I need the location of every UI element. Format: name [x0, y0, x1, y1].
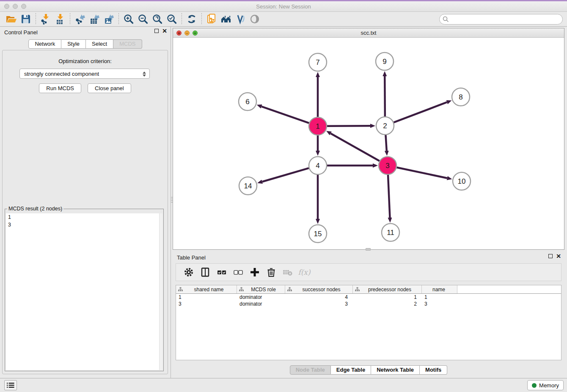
network-resize-grip[interactable] [366, 248, 371, 251]
list-icon [7, 382, 14, 388]
column-type-icon [355, 287, 360, 292]
graph-node-15[interactable]: 15 [309, 225, 327, 243]
table-panel-title: Table Panel [177, 254, 206, 261]
graph-node-1[interactable]: 1 [309, 117, 327, 135]
close-panel-icon[interactable]: ✕ [162, 29, 167, 33]
export-table-button[interactable] [87, 13, 102, 25]
zoom-fit-button[interactable] [150, 13, 165, 25]
table-row[interactable]: 1 dominator 4 1 1 [176, 294, 561, 301]
close-panel-button[interactable]: Close panel [88, 83, 131, 93]
zoom-selected-button[interactable] [165, 13, 179, 25]
select-all-button[interactable] [216, 267, 227, 278]
cell-mcds-role: dominator [237, 301, 285, 307]
toolbar-separator [36, 13, 36, 25]
memory-button[interactable]: Memory [527, 380, 564, 390]
export-image-button[interactable] [102, 13, 116, 25]
control-panel-header: Control Panel ✕ [0, 27, 171, 38]
tab-node-table[interactable]: Node Table [290, 365, 331, 375]
network-canvas[interactable]: 7968124314101511 [173, 38, 564, 249]
mcds-result-list[interactable]: 1 3 [6, 213, 162, 370]
zoom-out-icon [138, 14, 149, 25]
graph-node-11[interactable]: 11 [382, 224, 399, 241]
import-table-button[interactable] [53, 13, 67, 25]
control-panel-title: Control Panel [4, 29, 38, 36]
unselect-all-button[interactable] [233, 267, 244, 278]
column-header-predecessor-nodes[interactable]: predecessor nodes [353, 285, 422, 293]
tab-network-table[interactable]: Network Table [371, 365, 420, 375]
table-panel: Table Panel ✕ [173, 252, 564, 378]
tab-edge-table[interactable]: Edge Table [331, 365, 371, 375]
graph-edge-2-8[interactable] [394, 102, 447, 122]
search-input[interactable] [439, 14, 563, 25]
graph-edge-4-14[interactable] [262, 168, 309, 182]
network-window-title: scc.txt [173, 30, 564, 36]
import-network-button[interactable] [39, 13, 53, 25]
function-builder-button[interactable]: f(x) [299, 267, 310, 278]
hide-panel-button[interactable] [248, 13, 262, 25]
vizmapper-button[interactable] [233, 13, 248, 25]
column-header-successor-nodes[interactable]: successor nodes [285, 285, 353, 293]
graph-edge-3-10[interactable] [397, 168, 447, 178]
result-line: 1 [6, 213, 162, 221]
graph-edge-3-11[interactable] [388, 175, 390, 218]
zoom-in-button[interactable] [121, 13, 136, 25]
open-session-button[interactable] [4, 13, 19, 25]
table-row[interactable]: 3 dominator 3 2 3 [176, 301, 561, 307]
main-toolbar [0, 12, 567, 27]
run-mcds-button[interactable]: Run MCDS [39, 83, 81, 93]
optimization-criterion-select[interactable]: strongly connected component [19, 69, 150, 79]
result-scrollbar[interactable] [159, 213, 162, 370]
export-network-button[interactable] [73, 13, 87, 25]
graph-edge-1-2[interactable] [327, 126, 370, 126]
tab-network[interactable]: Network [28, 39, 61, 49]
graph-edge-1-6[interactable] [261, 107, 309, 123]
application-window: Session: New Session [0, 0, 567, 392]
graph-node-4[interactable]: 4 [309, 157, 327, 174]
close-table-panel-icon[interactable]: ✕ [556, 254, 561, 258]
column-header-name[interactable]: name [422, 285, 457, 293]
delete-row-button[interactable] [266, 267, 277, 278]
column-header-shared-name[interactable]: shared name [176, 285, 237, 293]
graph-edge-2-3[interactable] [385, 135, 386, 151]
show-log-button[interactable] [4, 380, 17, 390]
graph-node-2[interactable]: 2 [376, 117, 394, 135]
float-panel-icon[interactable] [154, 29, 159, 33]
home-button[interactable] [219, 13, 233, 25]
table-settings-button[interactable] [183, 267, 194, 278]
float-table-panel-icon[interactable] [548, 254, 553, 258]
zoom-out-button[interactable] [136, 13, 150, 25]
graph-node-9[interactable]: 9 [376, 52, 394, 70]
vizmapper-icon [235, 14, 246, 25]
result-line: 3 [6, 221, 162, 229]
show-columns-button[interactable] [200, 267, 211, 278]
search-icon [443, 16, 449, 22]
tab-motifs[interactable]: Motifs [420, 365, 447, 375]
document-network-button[interactable] [204, 13, 219, 25]
tab-mcds[interactable]: MCDS [113, 39, 142, 49]
cell-predecessor-nodes: 1 [353, 294, 422, 301]
graph-node-8[interactable]: 8 [452, 88, 470, 106]
graph-node-6[interactable]: 6 [239, 93, 256, 110]
graph-node-3[interactable]: 3 [379, 157, 396, 174]
graph-node-7[interactable]: 7 [309, 53, 327, 71]
tab-style[interactable]: Style [61, 39, 86, 49]
graph-edge-3-1[interactable] [330, 133, 379, 161]
graph-node-10[interactable]: 10 [453, 172, 471, 190]
export-network-icon [74, 14, 85, 25]
refresh-view-button[interactable] [184, 13, 199, 25]
import-table-icon [55, 14, 66, 25]
add-row-button[interactable] [249, 267, 260, 278]
svg-text:9: 9 [383, 58, 386, 66]
mcds-result-title: MCDS result (2 nodes) [7, 206, 63, 212]
network-window-titlebar: ✕ − + scc.txt [173, 28, 564, 38]
delete-table-button[interactable] [282, 267, 293, 278]
document-network-icon [206, 14, 217, 25]
export-table-icon [89, 14, 100, 25]
save-session-button[interactable] [19, 13, 33, 25]
table-toolbar: f(x) [176, 263, 561, 281]
column-header-mcds-role[interactable]: MCDS role [237, 285, 285, 293]
graph-edge-2-9[interactable] [385, 76, 385, 116]
graph-node-14[interactable]: 14 [239, 177, 257, 195]
zoom-selected-icon [166, 14, 177, 25]
tab-select[interactable]: Select [86, 39, 113, 49]
